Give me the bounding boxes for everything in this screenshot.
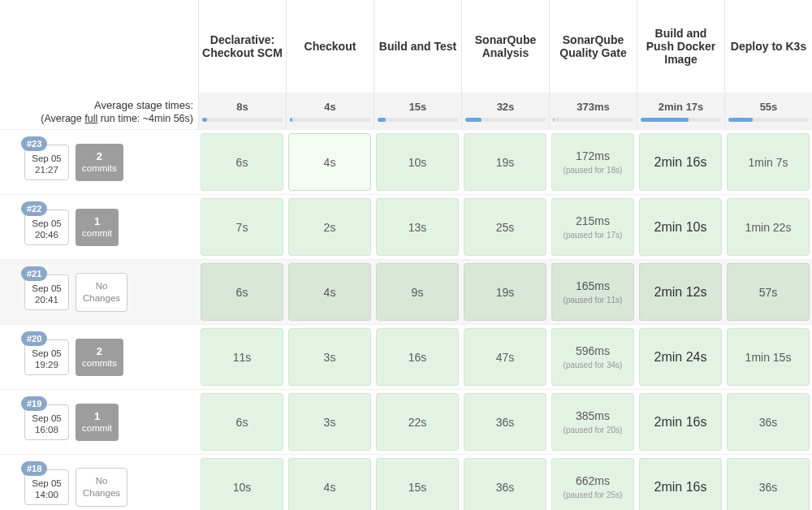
stage-cell[interactable]: 1min 15s [727, 328, 810, 386]
stage-cell[interactable]: 215ms(paused for 17s) [551, 198, 634, 256]
stage-avg-0: 8s [198, 93, 286, 129]
run-meta[interactable]: #22Sep 0520:46 [24, 210, 69, 245]
stage-cell[interactable]: 2s [288, 198, 371, 256]
stage-cell[interactable]: 36s [464, 458, 546, 510]
stage-cell[interactable]: 19s [464, 263, 546, 321]
paused-note: (paused for 11s) [564, 296, 623, 305]
stage-header-4[interactable]: SonarQube Quality Gate [549, 0, 637, 93]
stage-header-row: Average stage times: (Average full run t… [0, 0, 812, 129]
stage-cell[interactable]: 1min 7s [727, 133, 810, 191]
stage-cell[interactable]: 385ms(paused for 20s) [551, 393, 634, 451]
stage-cell[interactable]: 7s [201, 198, 283, 256]
stage-cell[interactable]: 16s [376, 328, 459, 386]
stage-cell[interactable]: 6s [201, 393, 283, 451]
changes-chip[interactable]: 2commits [76, 144, 123, 181]
avg-bar [465, 118, 546, 122]
stage-cell[interactable]: 172ms(paused for 18s) [551, 133, 634, 191]
stage-header-5[interactable]: Build and Push Docker Image [637, 0, 724, 93]
stage-cell[interactable]: 19s [464, 133, 546, 191]
stage-header-2[interactable]: Build and Test [374, 0, 461, 93]
changes-chip[interactable]: 1commit [76, 209, 119, 246]
run-date: Sep 05 [32, 153, 62, 163]
paused-note: (paused for 25s) [564, 491, 623, 499]
run-id-badge[interactable]: #20 [21, 331, 47, 346]
stage-cell[interactable]: 4s [288, 458, 371, 510]
stage-header-0[interactable]: Declarative: Checkout SCM [198, 0, 286, 93]
run-row[interactable]: #19Sep 0516:081commit6s3s22s36s385ms(pau… [0, 389, 812, 454]
run-id-badge[interactable]: #22 [21, 201, 47, 216]
stage-cell[interactable]: 2min 16s [639, 458, 722, 510]
stage-header-6[interactable]: Deploy to K3s [724, 0, 812, 93]
stage-cell[interactable]: 2min 16s [639, 393, 722, 451]
changes-chip[interactable]: NoChanges [76, 273, 127, 312]
avg-bar [202, 118, 283, 122]
stage-cell[interactable]: 47s [464, 328, 546, 386]
run-row[interactable]: #21Sep 0520:41NoChanges6s4s9s19s165ms(pa… [0, 259, 812, 324]
run-info: #21Sep 0520:41NoChanges [0, 260, 198, 324]
stage-cell[interactable]: 6s [201, 133, 283, 191]
stage-cell[interactable]: 596ms(paused for 34s) [551, 328, 634, 386]
stage-avg-1: 4s [286, 93, 374, 129]
run-time: 16:08 [32, 425, 62, 434]
run-date: Sep 05 [32, 218, 62, 228]
run-row[interactable]: #22Sep 0520:461commit7s2s13s25s215ms(pau… [0, 194, 812, 259]
stage-cell[interactable]: 10s [201, 458, 283, 510]
run-date: Sep 05 [32, 478, 62, 488]
stage-cell[interactable]: 6s [201, 263, 283, 321]
stage-cell[interactable]: 2min 24s [639, 328, 722, 386]
stage-cell[interactable]: 662ms(paused for 25s) [551, 458, 634, 510]
stage-cell[interactable]: 3s [288, 393, 371, 451]
stage-cell[interactable]: 2min 16s [639, 133, 722, 191]
run-row[interactable]: #18Sep 0514:00NoChanges10s4s15s36s662ms(… [0, 454, 812, 510]
run-row[interactable]: #23Sep 0521:272commits6s4s10s19s172ms(pa… [0, 129, 812, 194]
stage-avg-4: 373ms [549, 93, 637, 129]
stage-cell[interactable]: 36s [727, 458, 810, 510]
stage-avg-5: 2min 17s [637, 93, 724, 129]
avg-bar [378, 118, 458, 122]
stage-cell[interactable]: 2min 10s [639, 198, 722, 256]
run-info: #20Sep 0519:292commits [0, 325, 198, 389]
stage-cell[interactable]: 22s [376, 393, 459, 451]
avg-bar [290, 118, 370, 122]
stage-cell[interactable]: 3s [288, 328, 371, 386]
avg-bar [641, 118, 721, 122]
run-id-badge[interactable]: #18 [21, 461, 47, 476]
stage-cell[interactable]: 13s [376, 198, 459, 256]
avg-labels-col: Average stage times: (Average full run t… [0, 0, 198, 129]
stage-cell[interactable]: 25s [464, 198, 546, 256]
run-id-badge[interactable]: #19 [21, 396, 47, 411]
changes-chip[interactable]: NoChanges [76, 468, 127, 507]
stage-cell[interactable]: 11s [201, 328, 283, 386]
run-id-badge[interactable]: #23 [21, 136, 47, 151]
stage-cell[interactable]: 57s [727, 263, 810, 321]
avg-bar [553, 118, 633, 122]
stage-cell[interactable]: 36s [727, 393, 810, 451]
run-meta[interactable]: #18Sep 0514:00 [24, 469, 69, 505]
run-meta[interactable]: #23Sep 0521:27 [24, 145, 69, 180]
stage-cell[interactable]: 2min 12s [639, 263, 722, 321]
run-time: 20:46 [32, 230, 62, 240]
stage-header-3[interactable]: SonarQube Analysis [461, 0, 549, 93]
stage-avg-2: 15s [374, 93, 461, 129]
pipeline-stage-view: Average stage times: (Average full run t… [0, 0, 812, 510]
stage-cell[interactable]: 10s [376, 133, 459, 191]
stage-header-1[interactable]: Checkout [286, 0, 374, 93]
run-date: Sep 05 [32, 348, 62, 358]
stage-cell[interactable]: 4s [288, 133, 371, 191]
run-meta[interactable]: #19Sep 0516:08 [24, 404, 69, 440]
stage-cell[interactable]: 165ms(paused for 11s) [551, 263, 634, 321]
run-row[interactable]: #20Sep 0519:292commits11s3s16s47s596ms(p… [0, 324, 812, 389]
stage-cell[interactable]: 1min 22s [727, 198, 810, 256]
run-id-badge[interactable]: #21 [21, 266, 47, 281]
avg-stage-times-label: Average stage times: [0, 99, 193, 113]
run-meta[interactable]: #21Sep 0520:41 [24, 274, 69, 310]
stage-cell[interactable]: 9s [376, 263, 459, 321]
paused-note: (paused for 20s) [564, 426, 623, 434]
stage-cell[interactable]: 4s [288, 263, 371, 321]
stage-cell[interactable]: 36s [464, 393, 546, 451]
changes-chip[interactable]: 2commits [76, 339, 123, 376]
run-info: #22Sep 0520:461commit [0, 195, 198, 259]
changes-chip[interactable]: 1commit [76, 404, 119, 441]
run-meta[interactable]: #20Sep 0519:29 [24, 339, 69, 375]
stage-cell[interactable]: 15s [376, 458, 459, 510]
